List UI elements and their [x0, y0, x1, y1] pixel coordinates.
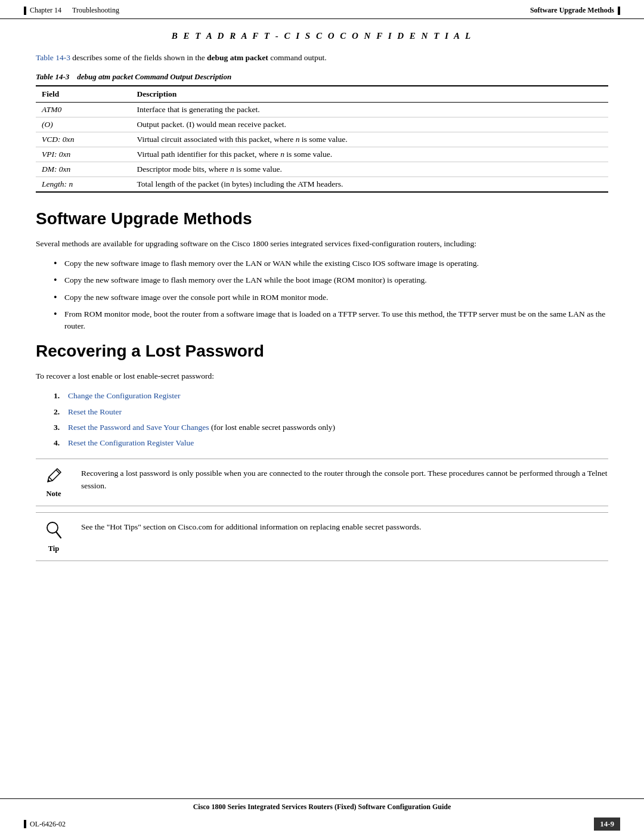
list-item: Copy the new software image to flash mem…: [54, 258, 608, 270]
field-atm0: ATM0: [36, 103, 131, 117]
svg-point-0: [47, 522, 58, 533]
table-row: ATM0 Interface that is generating the pa…: [36, 103, 608, 117]
list-item: Copy the new software image over the con…: [54, 292, 608, 304]
table-row: VCD: 0xn Virtual circuit associated with…: [36, 132, 608, 147]
step-link-3[interactable]: Reset the Password and Save Your Changes: [68, 423, 209, 432]
tip-icon-col: Tip: [36, 520, 72, 553]
footer-doc-id: OL-6426-02: [30, 820, 66, 829]
svg-line-1: [57, 532, 61, 538]
step-link-2[interactable]: Reset the Router: [68, 407, 122, 416]
table-number: Table 14-3: [36, 72, 69, 81]
list-item: From ROM monitor mode, boot the router f…: [54, 308, 608, 333]
col-header-field: Field: [36, 86, 131, 103]
table-title: debug atm packet Command Output Descript…: [77, 72, 231, 81]
step-link-4[interactable]: Reset the Configuration Register Value: [68, 438, 194, 447]
header-right: Software Upgrade Methods: [530, 6, 620, 15]
tip-label: Tip: [48, 544, 60, 553]
header-left: Chapter 14 Troubleshooting: [24, 6, 119, 15]
footer-page-num: 14-9: [594, 817, 620, 831]
footer-left: OL-6426-02: [24, 820, 66, 829]
step-num-2: 2.: [54, 406, 60, 418]
password-intro: To recover a lost enable or lost enable-…: [36, 370, 608, 383]
table-row: Length: n Total length of the packet (in…: [36, 177, 608, 193]
beta-draft-banner: B E T A D R A F T - C I S C O C O N F I …: [36, 31, 608, 41]
header-left-bar: [24, 7, 26, 15]
note-label: Note: [47, 490, 61, 498]
list-item: 2. Reset the Router: [54, 406, 608, 418]
field-vpi: VPI: 0xn: [36, 147, 131, 162]
intro-text-after: describes some of the fields shown in th…: [70, 53, 207, 62]
desc-vpi: Virtual path identifier for this packet,…: [131, 147, 608, 162]
intro-bold: debug atm packet: [207, 53, 268, 62]
tip-box: Tip See the "Hot Tips" section on Cisco.…: [36, 512, 608, 561]
password-section-heading: Recovering a Lost Password: [36, 342, 608, 361]
table-row: (O) Output packet. (I) would mean receiv…: [36, 117, 608, 132]
debug-table: Field Description ATM0 Interface that is…: [36, 85, 608, 193]
intro-text-end: command output.: [268, 53, 327, 62]
header-chapter-title: Troubleshooting: [72, 6, 119, 15]
table-row: DM: 0xn Descriptor mode bits, where n is…: [36, 162, 608, 177]
page-header: Chapter 14 Troubleshooting Software Upgr…: [0, 0, 644, 19]
software-section-heading: Software Upgrade Methods: [36, 209, 608, 228]
desc-dm: Descriptor mode bits, where n is some va…: [131, 162, 608, 177]
list-item: 4. Reset the Configuration Register Valu…: [54, 437, 608, 449]
header-section-title: Software Upgrade Methods: [530, 6, 614, 15]
step-num-4: 4.: [54, 437, 60, 449]
step-note-3: (for lost enable secret passwords only): [209, 423, 335, 432]
header-right-bar: [618, 7, 620, 15]
list-item: 3. Reset the Password and Save Your Chan…: [54, 422, 608, 433]
tip-text: See the "Hot Tips" section on Cisco.com …: [81, 520, 608, 533]
desc-atm0: Interface that is generating the packet.: [131, 103, 608, 117]
col-header-description: Description: [131, 86, 608, 103]
password-steps: 1. Change the Configuration Register 2. …: [54, 390, 608, 449]
page-footer: Cisco 1800 Series Integrated Services Ro…: [0, 798, 644, 833]
note-icon: [44, 466, 63, 488]
list-item: Copy the new software image to flash mem…: [54, 274, 608, 286]
step-link-1[interactable]: Change the Configuration Register: [68, 391, 181, 400]
desc-length: Total length of the packet (in bytes) in…: [131, 177, 608, 193]
software-bullets: Copy the new software image to flash mem…: [54, 258, 608, 332]
footer-bottom: OL-6426-02 14-9: [0, 815, 644, 833]
step-num-1: 1.: [54, 390, 60, 402]
desc-vcd: Virtual circuit associated with this pac…: [131, 132, 608, 147]
table-row: VPI: 0xn Virtual path identifier for thi…: [36, 147, 608, 162]
header-chapter: Chapter 14: [30, 6, 61, 15]
footer-center-text: Cisco 1800 Series Integrated Services Ro…: [0, 799, 644, 815]
software-intro: Several methods are available for upgrad…: [36, 238, 608, 250]
table-ref-link[interactable]: Table 14-3: [36, 53, 70, 62]
table-caption: Table 14-3 debug atm packet Command Outp…: [36, 72, 608, 82]
field-vcd: VCD: 0xn: [36, 132, 131, 147]
step-num-3: 3.: [54, 422, 60, 433]
note-icon-col: Note: [36, 466, 72, 498]
note-text: Recovering a lost password is only possi…: [81, 466, 608, 492]
footer-bar: [24, 820, 26, 828]
field-o: (O): [36, 117, 131, 132]
main-content: B E T A D R A F T - C I S C O C O N F I …: [0, 19, 644, 579]
desc-o: Output packet. (I) would mean receive pa…: [131, 117, 608, 132]
intro-paragraph: Table 14-3 describes some of the fields …: [36, 52, 608, 64]
tip-icon: [44, 520, 63, 544]
field-dm: DM: 0xn: [36, 162, 131, 177]
note-box: Note Recovering a lost password is only …: [36, 459, 608, 506]
field-length: Length: n: [36, 177, 131, 193]
list-item: 1. Change the Configuration Register: [54, 390, 608, 402]
